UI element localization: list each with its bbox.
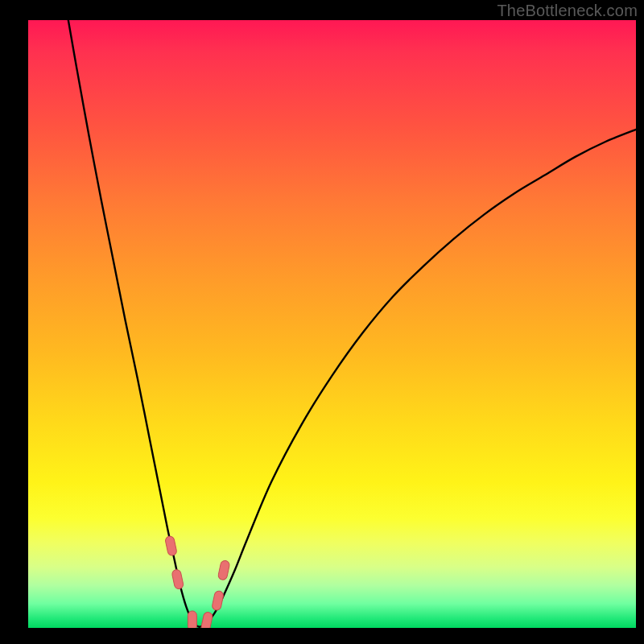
watermark-text: TheBottleneck.com: [497, 2, 638, 20]
plot-area: [28, 20, 636, 628]
bottleneck-curve: [68, 20, 636, 627]
optimal-marker: [165, 535, 178, 556]
optimal-marker: [212, 590, 225, 611]
optimal-region-markers: [165, 535, 230, 628]
optimal-marker: [171, 569, 184, 590]
optimal-marker: [188, 611, 196, 628]
optimal-marker: [217, 559, 230, 580]
optimal-marker: [200, 612, 213, 628]
curve-layer: [28, 20, 636, 628]
chart-frame: TheBottleneck.com: [0, 0, 644, 644]
